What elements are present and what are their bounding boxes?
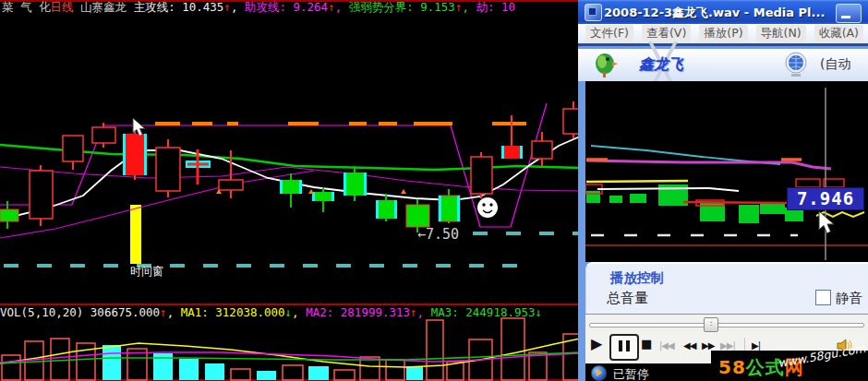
mute-label: 静音 bbox=[836, 290, 862, 307]
mute-checkbox[interactable] bbox=[815, 290, 831, 305]
menu-item[interactable]: 收藏(A) bbox=[814, 25, 863, 42]
menu-item[interactable]: 播放(P) bbox=[699, 25, 747, 42]
minimize-button[interactable] bbox=[836, 4, 862, 23]
volume-indicator-segment: ↑ bbox=[410, 306, 417, 319]
previous-button[interactable]: |◀◀ bbox=[659, 340, 674, 351]
candle-green bbox=[280, 180, 302, 194]
seek-thumb[interactable]: ∶ bbox=[704, 317, 718, 332]
volume-indicator-segment: ↓ bbox=[285, 306, 293, 319]
menu-item[interactable]: 查看(V) bbox=[642, 25, 691, 42]
time-window-label: 时间窗 bbox=[130, 264, 163, 280]
volume-indicator-segment: VOL(5,10,20) 306675.000 bbox=[0, 306, 160, 319]
price-tooltip: 7.946 bbox=[787, 187, 864, 210]
step-button[interactable]: ▶| bbox=[752, 340, 760, 351]
volume-bar-up bbox=[334, 370, 355, 380]
volume-bar-up bbox=[231, 369, 250, 380]
fast-forward-button[interactable]: ▶▶ bbox=[702, 340, 714, 351]
volume-bar-up bbox=[501, 318, 524, 380]
media-player-icon bbox=[585, 4, 602, 21]
stop-button[interactable]: ■ bbox=[641, 337, 652, 351]
menu-item[interactable]: 导航(N) bbox=[756, 25, 806, 42]
volume-label: 总音量 bbox=[607, 290, 648, 307]
mini-green-candle bbox=[586, 191, 600, 203]
volume-bar-down bbox=[308, 366, 329, 380]
volume-bar-up bbox=[2, 355, 20, 380]
volume-bar-down bbox=[179, 359, 199, 380]
status-icon bbox=[591, 365, 607, 381]
rewind-button[interactable]: ◀◀ bbox=[683, 340, 695, 351]
mini-green-candle bbox=[630, 194, 646, 203]
mini-red-box bbox=[824, 179, 844, 187]
signal-arrow bbox=[308, 189, 314, 194]
volume-bar-down bbox=[205, 363, 224, 380]
volume-indicator-segment: , bbox=[292, 306, 306, 319]
volume-bar-up bbox=[529, 352, 547, 380]
indicator-segment: , bbox=[462, 1, 476, 13]
volume-indicator-segment: MA2: 281999.313 bbox=[306, 306, 410, 319]
pause-button[interactable] bbox=[609, 334, 639, 361]
volume-bar-down bbox=[257, 371, 276, 380]
volume-bar-down bbox=[406, 366, 423, 380]
seek-bar[interactable]: ∶ bbox=[585, 314, 868, 333]
mini-magenta-line bbox=[586, 161, 831, 169]
candle-green bbox=[439, 196, 460, 221]
toolbar: ╳ 鑫龙飞 (自动 bbox=[578, 49, 868, 81]
smiley-eye bbox=[489, 203, 492, 206]
candle-red-fill bbox=[123, 134, 147, 175]
volume-bar-up bbox=[51, 339, 69, 380]
mini-green-candle bbox=[760, 203, 785, 214]
globe-icon[interactable] bbox=[783, 52, 809, 79]
candle-red-hollow bbox=[156, 148, 180, 191]
candle-cyan-edge bbox=[394, 200, 397, 219]
indicator-segment: 劫: 10 bbox=[476, 1, 516, 13]
mini-green-candle bbox=[609, 196, 622, 203]
site-name-part: 58 bbox=[718, 356, 746, 378]
play-button[interactable]: ▶ bbox=[591, 335, 602, 352]
media-player-window: 2008-12-3鑫龙飞.wav - Media Pl... 文件(F)查看(V… bbox=[578, 0, 868, 381]
candle-red-fill bbox=[501, 146, 523, 159]
seek-track[interactable] bbox=[589, 323, 864, 327]
indicator-segment: , bbox=[335, 1, 349, 13]
smiley-face bbox=[477, 197, 498, 218]
playback-control-label: 播放控制 bbox=[610, 269, 664, 287]
volume-indicator-segment: , bbox=[167, 306, 181, 319]
volume-bar-up bbox=[427, 320, 443, 380]
indicator-segment: , bbox=[231, 1, 245, 13]
mini-yellow-line bbox=[586, 181, 688, 182]
mini-green-candle bbox=[739, 205, 759, 223]
title-bar[interactable]: 2008-12-3鑫龙飞.wav - Media Pl... bbox=[578, 0, 868, 24]
candle-cyan-edge bbox=[376, 200, 379, 219]
candle-red-hollow bbox=[63, 136, 83, 161]
site-watermark: 58公式网 www.58gu.com bbox=[711, 351, 868, 381]
status-text: 已暂停 bbox=[613, 366, 649, 381]
drawn-channel-line bbox=[0, 103, 547, 227]
volume-indicator-header: VOL(5,10,20) 306675.000↑, MA1: 312038.00… bbox=[0, 306, 580, 319]
next-button[interactable]: ▶▶| bbox=[720, 340, 735, 351]
volume-bar-up bbox=[360, 357, 380, 380]
volume-indicator-segment: ↓ bbox=[536, 306, 543, 319]
volume-indicator-segment: , bbox=[417, 306, 431, 319]
indicator-segment: 菜 气 化 bbox=[2, 1, 51, 13]
candle-cyan-edge bbox=[364, 173, 367, 196]
indicator-segment: 主攻线: 10.435 bbox=[134, 1, 224, 13]
signal-arrow bbox=[401, 189, 406, 194]
video-area[interactable]: 7.946 bbox=[585, 81, 868, 262]
menu-bar: 文件(F)查看(V)播放(P)导航(N)收藏(A)帮助(H) bbox=[578, 24, 868, 46]
candle-cyan-edge bbox=[520, 146, 523, 159]
mini-red-line bbox=[683, 202, 792, 203]
price-annotation: ←7.50 bbox=[417, 226, 459, 243]
time-window-bar bbox=[130, 205, 141, 264]
playback-panel: 播放控制 总音量 静音 bbox=[585, 262, 868, 316]
candle-cyan-edge bbox=[344, 173, 346, 196]
candle-cyan-edge bbox=[123, 134, 126, 175]
candle-green bbox=[376, 200, 397, 219]
volume-indicator-segment: MA3: 244918.953 bbox=[431, 306, 536, 319]
desktop-screenshot: 菜 气 化日线 山寨鑫龙 主攻线: 10.435↑, 助攻线: 9.264↑, … bbox=[0, 0, 868, 381]
candle-cyan-edge bbox=[332, 192, 334, 201]
candle-red-hollow bbox=[92, 127, 115, 143]
volume-bar-down bbox=[102, 345, 121, 380]
indicator-segment: 日线 bbox=[51, 1, 74, 13]
menu-item[interactable]: 文件(F) bbox=[585, 25, 633, 42]
volume-bar-up bbox=[386, 360, 404, 380]
brand-logo-icon bbox=[591, 51, 619, 78]
